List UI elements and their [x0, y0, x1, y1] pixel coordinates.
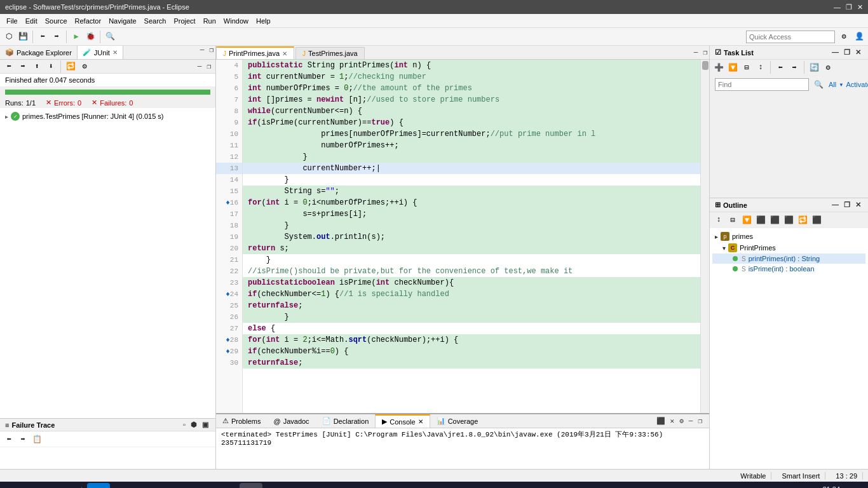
outline-btn-2[interactable]: ⊟: [726, 214, 739, 226]
junit-toolbar-btn-1[interactable]: ⬅: [3, 60, 15, 73]
junit-tab-close[interactable]: ✕: [112, 49, 118, 56]
task-new-btn[interactable]: ➕: [712, 61, 725, 74]
task-filter-arrow[interactable]: ▾: [839, 80, 843, 90]
task-all-label[interactable]: All: [829, 81, 836, 88]
maximize-button[interactable]: ❐: [846, 3, 852, 11]
tab-testprimes[interactable]: J TestPrimes.java: [295, 47, 365, 59]
task-sync-btn[interactable]: 🔄: [808, 61, 820, 74]
junit-maximize[interactable]: ❐: [205, 62, 213, 71]
failure-trace-toolbar-btn2[interactable]: ⬢: [189, 421, 199, 429]
task-settings-btn[interactable]: ⚙: [822, 61, 834, 74]
outline-minimize[interactable]: —: [830, 201, 841, 209]
task-activate-label[interactable]: Activate...: [846, 81, 868, 88]
junit-toolbar-btn-3[interactable]: ⬆: [31, 60, 43, 73]
menu-run[interactable]: Run: [200, 16, 220, 26]
tab-coverage[interactable]: 📊 Coverage: [430, 415, 485, 427]
toolbar-btn-debug[interactable]: 🐞: [84, 30, 97, 43]
tab-javadoc[interactable]: @ Javadoc: [267, 416, 315, 427]
task-back-btn[interactable]: ⬅: [774, 61, 787, 74]
tab-junit[interactable]: 🧪 JUnit ✕: [78, 46, 123, 59]
task-list-close[interactable]: ✕: [853, 48, 863, 57]
junit-toolbar-btn-4[interactable]: ⬇: [44, 60, 57, 73]
failure-trace-toolbar-btn3[interactable]: ▣: [200, 421, 210, 429]
outline-item-isprime-method[interactable]: S isPrime(int) : boolean: [712, 264, 865, 274]
quick-access-input[interactable]: [746, 30, 835, 43]
console-toolbar-btn-2[interactable]: ✕: [668, 417, 677, 425]
outline-btn-4[interactable]: ⬛: [754, 214, 767, 226]
outline-item-printprimes-class[interactable]: ▾ C PrintPrimes: [712, 242, 865, 254]
task-find-btn[interactable]: 🔍: [811, 80, 826, 90]
notification-btn[interactable]: 🔔: [843, 483, 865, 488]
console-close-icon[interactable]: ✕: [418, 418, 423, 425]
menu-project[interactable]: Project: [170, 16, 199, 26]
close-button[interactable]: ✕: [857, 3, 863, 11]
menu-search[interactable]: Search: [140, 16, 170, 26]
ft-btn-1[interactable]: ⬅: [3, 433, 15, 445]
menu-edit[interactable]: Edit: [22, 16, 41, 26]
task-filter-btn[interactable]: 🔽: [726, 61, 739, 74]
printprimes-close[interactable]: ✕: [282, 50, 287, 57]
outline-item-printprimes-method[interactable]: S printPrimes(int) : String: [712, 254, 865, 264]
outline-btn-1[interactable]: ↕: [712, 214, 725, 226]
scrollbar-thumb[interactable]: [702, 61, 709, 70]
task-sort-btn[interactable]: ↕: [754, 61, 767, 74]
toolbar-btn-3[interactable]: ⬅: [36, 30, 49, 43]
tab-problems[interactable]: ⚠ Problems: [216, 415, 267, 427]
eclipse-taskbar-btn[interactable]: 🌑: [240, 483, 262, 488]
menu-file[interactable]: File: [3, 16, 22, 26]
junit-toolbar-btn-2[interactable]: ➡: [17, 60, 29, 73]
junit-test-item[interactable]: ▸ ✓ primes.TestPrimes [Runner: JUnit 4] …: [3, 111, 213, 122]
console-toolbar-btn-3[interactable]: ⚙: [677, 417, 686, 425]
chrome-btn[interactable]: 🌐: [112, 483, 135, 488]
menu-window[interactable]: Window: [220, 16, 252, 26]
outline-btn-5[interactable]: ⬛: [768, 214, 781, 226]
menu-navigate[interactable]: Navigate: [105, 16, 140, 26]
toolbar-btn-run[interactable]: ▶: [70, 30, 83, 43]
outline-btn-6[interactable]: ⬛: [782, 214, 795, 226]
junit-toolbar-btn-5[interactable]: 🔁: [64, 60, 77, 73]
toolbar-btn-settings[interactable]: ⚙: [837, 30, 850, 43]
toolbar-btn-search[interactable]: 🔍: [104, 30, 116, 43]
left-panel-maximize[interactable]: ❐: [207, 46, 215, 59]
outline-close[interactable]: ✕: [853, 201, 863, 209]
editor-maximize[interactable]: ❐: [701, 48, 709, 57]
task-collapse-btn[interactable]: ⊟: [740, 61, 753, 74]
wechat-btn[interactable]: 💬: [163, 483, 186, 488]
task-list-minimize[interactable]: —: [830, 48, 841, 57]
start-button[interactable]: ⊞: [3, 483, 25, 488]
tab-printprimes[interactable]: J PrintPrimes.java ✕: [216, 46, 294, 59]
taskbar-clock[interactable]: 21:34 2019/3/21: [809, 485, 840, 488]
task-view-btn[interactable]: ⧉: [53, 483, 76, 488]
outline-maximize[interactable]: ❐: [842, 201, 852, 209]
console-minimize[interactable]: —: [687, 417, 695, 425]
tab-declaration[interactable]: 📄 Declaration: [316, 415, 376, 427]
outline-item-primes[interactable]: ▸ p primes: [712, 231, 865, 242]
toolbar-btn-user[interactable]: 👤: [853, 30, 865, 43]
outline-btn-3[interactable]: 🔽: [740, 214, 753, 226]
edge-btn[interactable]: e: [87, 483, 110, 488]
code-area[interactable]: public static String printPrimes(int n) …: [243, 60, 700, 413]
console-maximize[interactable]: ❐: [696, 417, 704, 425]
task-fwd-btn[interactable]: ➡: [788, 61, 801, 74]
qq-btn[interactable]: 🐧: [189, 483, 212, 488]
junit-minimize[interactable]: —: [196, 62, 204, 71]
failure-trace-toolbar-btn1[interactable]: ▫: [181, 421, 187, 429]
toolbar-btn-1[interactable]: ⬡: [3, 30, 15, 43]
outline-btn-7[interactable]: 🔁: [796, 214, 809, 226]
menu-refactor[interactable]: Refactor: [71, 16, 105, 26]
outline-btn-8[interactable]: ⬛: [810, 214, 823, 226]
menu-help[interactable]: Help: [252, 16, 275, 26]
toolbar-btn-2[interactable]: 💾: [17, 30, 29, 43]
ft-btn-2[interactable]: ➡: [17, 433, 29, 445]
task-find-input[interactable]: [715, 78, 809, 91]
ft-btn-3[interactable]: 📋: [31, 433, 43, 445]
tab-console[interactable]: ▶ Console ✕: [375, 414, 430, 428]
editor-scrollbar[interactable]: [700, 60, 709, 413]
toolbar-btn-4[interactable]: ➡: [50, 30, 63, 43]
folder-btn[interactable]: 📁: [138, 483, 161, 488]
minimize-button[interactable]: —: [834, 3, 841, 11]
console-toolbar-btn-1[interactable]: ⬛: [654, 417, 667, 425]
menu-source[interactable]: Source: [41, 16, 71, 26]
task-list-maximize[interactable]: ❐: [842, 48, 852, 57]
search-taskbar-btn[interactable]: 🔍: [28, 483, 51, 488]
